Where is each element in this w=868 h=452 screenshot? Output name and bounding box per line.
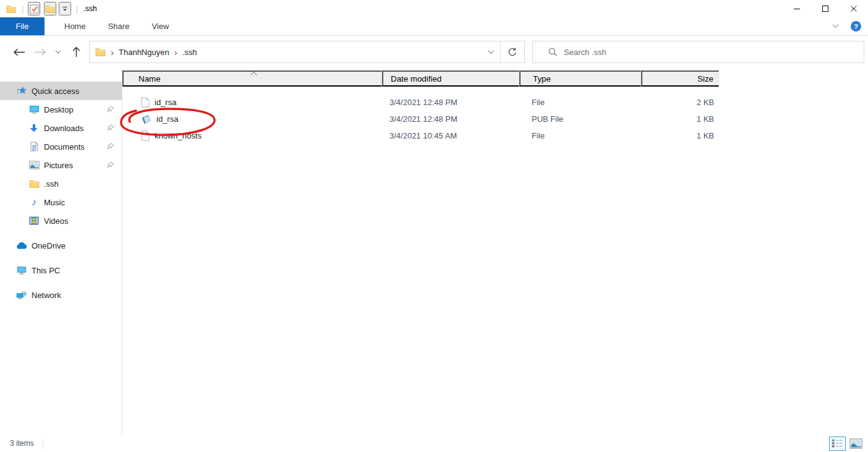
- tab-home[interactable]: Home: [53, 17, 97, 35]
- maximize-button[interactable]: [811, 0, 840, 17]
- status-separator: [43, 438, 43, 449]
- expand-ribbon-button[interactable]: [830, 21, 841, 32]
- file-date-modified: 3/4/2021 12:48 PM: [382, 114, 519, 124]
- column-header-size[interactable]: Size: [641, 70, 719, 87]
- minimize-icon: [793, 5, 801, 12]
- qat-customize-dropdown[interactable]: [59, 2, 71, 15]
- thumbnails-view-icon: [849, 438, 862, 449]
- titlebar-separator: |: [22, 4, 23, 14]
- file-type: PUB File: [519, 114, 641, 124]
- details-view-icon: [832, 438, 843, 448]
- ribbon-tab-bar: File Home Share View ?: [0, 17, 868, 36]
- network-icon: [16, 291, 27, 300]
- sidebar-item-label: Network: [32, 291, 61, 300]
- chevron-down-icon: [488, 50, 495, 54]
- folder-icon: [28, 179, 40, 188]
- sidebar-item-quick-access[interactable]: Quick access: [0, 82, 122, 100]
- recent-locations-button[interactable]: [51, 41, 66, 63]
- search-icon: [548, 47, 558, 57]
- navigation-pane: Quick access Desktop Downloads: [0, 68, 122, 435]
- back-button[interactable]: [9, 41, 30, 63]
- file-row-id-rsa-pub[interactable]: id_rsa 3/4/2021 12:48 PM PUB File 1 KB: [122, 111, 868, 127]
- file-name: id_rsa: [156, 114, 178, 124]
- file-name: known_hosts: [155, 131, 202, 140]
- sort-ascending-icon: [250, 69, 258, 78]
- notepad-file-icon: [141, 114, 151, 124]
- column-header-date-modified[interactable]: Date modified: [382, 70, 519, 87]
- file-type: File: [519, 131, 641, 140]
- help-button[interactable]: ?: [851, 21, 861, 32]
- details-view-button[interactable]: [829, 437, 846, 451]
- sidebar-item-documents[interactable]: Documents: [0, 137, 122, 156]
- sidebar-item-label: Quick access: [32, 87, 79, 96]
- sidebar-item-this-pc[interactable]: This PC: [0, 261, 122, 279]
- back-arrow-icon: [13, 48, 25, 56]
- tab-share[interactable]: Share: [97, 17, 141, 35]
- qat-new-folder-button[interactable]: [44, 2, 56, 15]
- sidebar-item-label: This PC: [32, 266, 60, 275]
- sidebar-item-pictures[interactable]: Pictures: [0, 156, 122, 174]
- sidebar-item-label: Pictures: [44, 161, 73, 170]
- up-button[interactable]: [66, 41, 87, 63]
- blank-file-icon: [141, 97, 150, 108]
- file-rows: id_rsa 3/4/2021 12:48 PM File 2 KB id_rs…: [122, 89, 868, 144]
- search-input[interactable]: [564, 41, 864, 62]
- file-type: File: [519, 98, 641, 107]
- sidebar-item-label: OneDrive: [32, 241, 66, 250]
- column-header-row: Name Date modified Type Size: [122, 68, 868, 89]
- downloads-arrow-icon: [28, 124, 40, 133]
- column-header-type[interactable]: Type: [519, 70, 641, 87]
- file-size: 1 KB: [641, 114, 719, 124]
- window-title: .ssh: [83, 4, 97, 13]
- sidebar-item-label: Desktop: [44, 105, 74, 114]
- sidebar-item-onedrive[interactable]: OneDrive: [0, 236, 122, 255]
- refresh-button[interactable]: [500, 41, 524, 62]
- forward-button[interactable]: [30, 41, 51, 63]
- pin-icon: [106, 105, 114, 115]
- up-arrow-icon: [72, 46, 80, 58]
- address-bar[interactable]: › ThanhNguyen › .ssh: [89, 41, 525, 63]
- breadcrumb-thanhnguyen[interactable]: ThanhNguyen: [119, 48, 169, 57]
- file-size: 2 KB: [641, 98, 719, 107]
- file-date-modified: 3/4/2021 12:48 PM: [382, 98, 519, 107]
- sidebar-item-label: Music: [44, 198, 65, 207]
- search-box: [532, 41, 864, 63]
- close-button[interactable]: [840, 0, 868, 17]
- sidebar-item-label: .ssh: [44, 179, 59, 189]
- tab-view[interactable]: View: [140, 17, 180, 35]
- pin-icon: [106, 161, 114, 171]
- file-size: 1 KB: [641, 131, 719, 140]
- qat-properties-button[interactable]: [28, 2, 40, 15]
- blank-file-icon: [141, 130, 150, 141]
- sidebar-item-videos[interactable]: Videos: [0, 211, 122, 230]
- sidebar-item-downloads[interactable]: Downloads: [0, 119, 122, 137]
- file-row-known-hosts[interactable]: known_hosts 3/4/2021 10:45 AM File 1 KB: [122, 127, 868, 144]
- breadcrumb-ssh[interactable]: .ssh: [182, 48, 197, 57]
- sidebar-item-label: Documents: [44, 142, 85, 151]
- chevron-down-icon: [55, 50, 61, 54]
- file-row-id-rsa[interactable]: id_rsa 3/4/2021 12:48 PM File 2 KB: [122, 94, 868, 111]
- tab-file[interactable]: File: [0, 17, 45, 35]
- sidebar-item-ssh[interactable]: .ssh: [0, 174, 122, 193]
- thumbnails-view-button[interactable]: [848, 437, 864, 451]
- file-explorer-window: | | .ssh File Home Share View: [0, 0, 868, 452]
- breadcrumb-chevron-icon: ›: [111, 47, 114, 58]
- onedrive-cloud-icon: [16, 242, 27, 250]
- minimize-button[interactable]: [783, 0, 811, 17]
- window-folder-icon: [5, 2, 17, 15]
- sidebar-item-desktop[interactable]: Desktop: [0, 100, 122, 119]
- refresh-icon: [508, 47, 517, 57]
- file-name: id_rsa: [155, 98, 176, 107]
- folder-icon: [95, 48, 106, 56]
- sidebar-item-music[interactable]: ♪ Music: [0, 193, 122, 211]
- file-date-modified: 3/4/2021 10:45 AM: [382, 131, 519, 140]
- quick-access-star-icon: [16, 86, 27, 96]
- title-bar: | | .ssh: [0, 0, 868, 17]
- sidebar-item-network[interactable]: Network: [0, 286, 122, 304]
- close-icon: [850, 5, 857, 12]
- titlebar-separator: |: [75, 4, 77, 14]
- pin-icon: [106, 142, 114, 152]
- address-dropdown-button[interactable]: [482, 41, 500, 62]
- pin-icon: [106, 124, 114, 134]
- forward-arrow-icon: [34, 48, 46, 56]
